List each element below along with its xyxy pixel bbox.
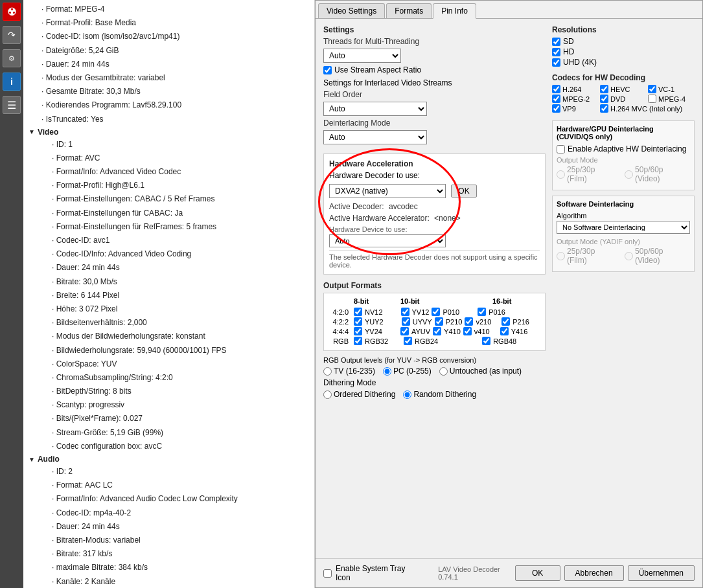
fmt-yuy2[interactable] bbox=[354, 317, 362, 326]
tab-formats[interactable]: Formats bbox=[386, 3, 432, 18]
output-formats-table: 8-bit 10-bit 16-bit 4:2:0 NV12 YV12 bbox=[323, 293, 546, 351]
icon-btn-4[interactable]: i bbox=[3, 73, 21, 91]
threads-select[interactable]: Auto bbox=[323, 49, 401, 63]
rgb-tv-radio[interactable] bbox=[323, 367, 332, 376]
fmt-rgb48[interactable] bbox=[482, 337, 490, 345]
tree-item: · Gesamte Bitrate: 30,3 Mb/s bbox=[23, 85, 314, 98]
rgb-output-section: RGB Output levels (for YUV -> RGB conver… bbox=[323, 356, 546, 376]
sw-output-50-label: 50p/60p (Video) bbox=[625, 247, 690, 265]
stream-aspect-checkbox[interactable] bbox=[323, 66, 332, 74]
tab-video-settings[interactable]: Video Settings bbox=[318, 3, 385, 18]
random-dithering-text: Random Dithering bbox=[413, 390, 476, 399]
hw-decoder-select[interactable]: DXVA2 (native) bbox=[329, 184, 446, 198]
fmt-yv12[interactable] bbox=[401, 308, 409, 316]
codec-h264mvc-checkbox[interactable] bbox=[600, 104, 608, 113]
output-formats-section: Output Formats 8-bit 10-bit 16-bit bbox=[323, 281, 546, 351]
fmt-y410[interactable] bbox=[433, 327, 441, 335]
codec-vp9-checkbox[interactable] bbox=[552, 104, 560, 113]
fmt-yv24[interactable] bbox=[354, 327, 362, 335]
fmt-p216[interactable] bbox=[501, 317, 510, 326]
tree-item: · Scantyp: progressiv bbox=[23, 398, 314, 412]
codec-dvd-checkbox[interactable] bbox=[600, 95, 608, 103]
hw-output-25-radio[interactable] bbox=[557, 170, 565, 179]
system-tray-checkbox[interactable] bbox=[323, 569, 332, 578]
hw-device-note: The selected Hardware Decoder does not s… bbox=[329, 250, 540, 269]
tree-item: · BitDepth/String: 8 bits bbox=[23, 385, 314, 398]
fmt-p010[interactable] bbox=[432, 308, 440, 316]
codec-mpeg2-checkbox[interactable] bbox=[552, 95, 560, 103]
hw-ok-button[interactable]: OK bbox=[451, 185, 477, 198]
algorithm-select[interactable]: No Software Deinterlacing bbox=[557, 221, 690, 234]
deint-mode-select[interactable]: Auto bbox=[323, 130, 427, 144]
field-order-select-row: Auto bbox=[323, 102, 546, 116]
ok-button[interactable]: OK bbox=[515, 565, 560, 581]
random-dithering-radio[interactable] bbox=[403, 390, 411, 399]
icon-btn-3[interactable]: ⚙ bbox=[3, 49, 21, 67]
active-hw-accel-value: <none> bbox=[434, 214, 461, 223]
adaptive-hw-label: Enable Adaptive HW Deinterlacing bbox=[568, 144, 686, 153]
fmt-rgb32[interactable] bbox=[354, 337, 362, 345]
tree-item: · Kanäle: 2 Kanäle bbox=[23, 575, 314, 589]
res-hd-checkbox[interactable] bbox=[552, 48, 560, 56]
rgb-untouched-radio[interactable] bbox=[439, 367, 448, 376]
fmt-ayuv[interactable] bbox=[400, 327, 409, 335]
ordered-dithering-text: Ordered Dithering bbox=[334, 390, 395, 399]
active-decoder-value: avcodec bbox=[389, 202, 418, 211]
apply-button[interactable]: Übernehmen bbox=[628, 565, 695, 581]
codec-vc1-checkbox[interactable] bbox=[648, 85, 656, 93]
output-formats-label: Output Formats bbox=[323, 281, 546, 290]
fmt-p210[interactable] bbox=[435, 317, 443, 326]
fmt-y416[interactable] bbox=[500, 327, 509, 335]
tree-item: · Format: AVC bbox=[23, 152, 314, 165]
fmt-v210[interactable] bbox=[465, 317, 473, 326]
fmt-v410[interactable] bbox=[463, 327, 472, 335]
hw-device-select[interactable]: Auto bbox=[329, 234, 446, 247]
cancel-button[interactable]: Abbrechen bbox=[564, 565, 624, 581]
deint-mode-row: Deinterlacing Mode bbox=[323, 119, 546, 128]
tree-section-audio[interactable]: ▼Audio bbox=[23, 453, 314, 465]
res-uhd-row: UHD (4K) bbox=[552, 58, 695, 67]
threads-label: Threads for Multi-Threading bbox=[323, 37, 419, 46]
ordered-dithering-radio[interactable] bbox=[323, 390, 332, 399]
format-422-label: 4:2:2 bbox=[328, 318, 349, 326]
hw-decoder-label: Hardware Decoder to use: bbox=[329, 171, 420, 180]
random-dithering-label: Random Dithering bbox=[403, 390, 476, 399]
sw-output-25-radio[interactable] bbox=[557, 252, 565, 260]
algorithm-label: Algorithm bbox=[557, 212, 690, 220]
rgb-pc-radio[interactable] bbox=[383, 367, 391, 376]
codec-mpeg4-checkbox[interactable] bbox=[648, 95, 656, 103]
tree-item: · ColorSpace: YUV bbox=[23, 357, 314, 371]
icon-sidebar: ☢ ↷ ⚙ i ☰ bbox=[0, 0, 23, 588]
icon-btn-2[interactable]: ↷ bbox=[3, 26, 21, 44]
sw-output-50-radio[interactable] bbox=[625, 252, 633, 260]
fmt-rgb24[interactable] bbox=[404, 337, 412, 345]
rgb-untouched-text: Untouched (as input) bbox=[450, 367, 522, 376]
res-sd-label: SD bbox=[563, 37, 574, 46]
dithering-radio-row: Ordered Dithering Random Dithering bbox=[323, 390, 546, 399]
fmt-uyvy[interactable] bbox=[402, 317, 410, 326]
hw-accel-container: Hardware Acceleration Hardware Decoder t… bbox=[323, 153, 546, 275]
codecs-grid: H.264 HEVC VC-1 bbox=[552, 85, 695, 113]
tree-section-video[interactable]: ▼Video bbox=[23, 126, 314, 138]
hw-output-50-radio[interactable] bbox=[625, 170, 633, 179]
res-sd-checkbox[interactable] bbox=[552, 38, 560, 46]
rgb-tv-text: TV (16-235) bbox=[334, 367, 375, 376]
format-row-rgb: RGB RGB32 RGB24 RGB48 bbox=[328, 337, 541, 345]
format-rgb-label: RGB bbox=[328, 337, 349, 345]
fmt-nv12[interactable] bbox=[354, 308, 362, 316]
fmt-p016[interactable] bbox=[478, 308, 486, 316]
tree-item: · Breite: 6 144 Pixel bbox=[23, 289, 314, 302]
codec-hevc-checkbox[interactable] bbox=[600, 85, 608, 93]
tree-item: · Modus der Gesamtbitrate: variabel bbox=[23, 71, 314, 85]
icon-btn-5[interactable]: ☰ bbox=[3, 96, 21, 114]
adaptive-hw-checkbox[interactable] bbox=[557, 145, 565, 153]
icon-btn-1[interactable]: ☢ bbox=[3, 3, 21, 21]
codec-h264-checkbox[interactable] bbox=[552, 85, 560, 93]
tab-pin-info[interactable]: Pin Info bbox=[433, 3, 476, 19]
hw-accel-label: Hardware Acceleration bbox=[329, 159, 540, 168]
field-order-select[interactable]: Auto bbox=[323, 102, 427, 116]
tree-item: · Bildseitenverhältnis: 2,000 bbox=[23, 316, 314, 330]
hw-deint-label: Hardware/GPU Deinterlacing (CUVID/QS onl… bbox=[557, 125, 690, 141]
adaptive-hw-row: Enable Adaptive HW Deinterlacing bbox=[557, 144, 690, 153]
res-uhd-checkbox[interactable] bbox=[552, 58, 560, 67]
